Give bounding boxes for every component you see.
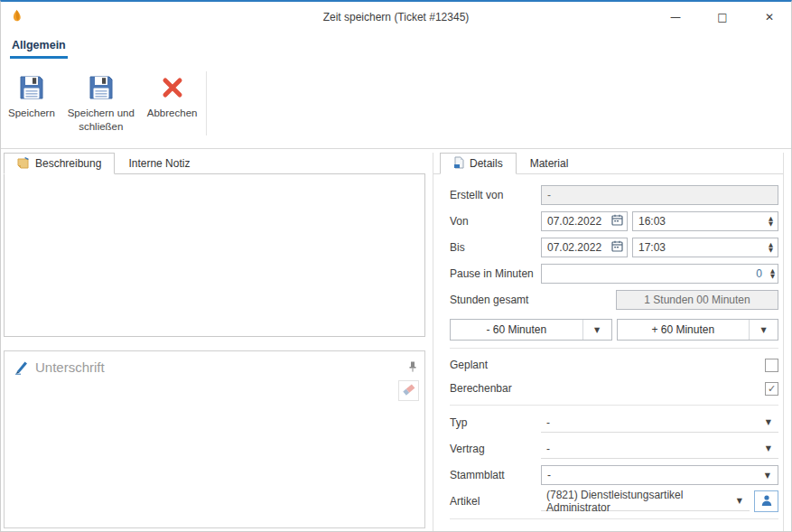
stunden-label: Stunden gesamt [450, 294, 541, 306]
ribbon-body: Speichern Speichern und schließen [1, 65, 791, 149]
berechenbar-row: Berechenbar ✓ [450, 379, 778, 397]
pen-icon [14, 359, 29, 378]
chevron-down-icon[interactable]: ▼ [762, 418, 775, 426]
stammblatt-label: Stammblatt [450, 469, 541, 481]
left-panel-tabs: Beschreibung Interne Notiz [4, 153, 425, 173]
calendar-icon[interactable] [611, 240, 623, 255]
separator [450, 405, 778, 406]
ribbon-tab-allgemein[interactable]: Allgemein [10, 36, 68, 59]
vertrag-label: Vertrag [450, 443, 541, 455]
person-icon [760, 494, 773, 509]
spin-down-icon[interactable]: ▼ [769, 247, 773, 253]
details-page-icon [453, 156, 464, 172]
tab-material-label: Material [530, 157, 569, 170]
cancel-button-label: Abbrechen [147, 107, 198, 120]
tab-material[interactable]: Material [517, 153, 582, 173]
bis-time-spinner[interactable]: ▲ ▼ [766, 242, 776, 253]
berechenbar-label: Berechenbar [450, 382, 512, 395]
cancel-button[interactable]: Abbrechen [144, 68, 201, 143]
bis-row: Bis 07.02.2022 [450, 238, 778, 257]
typ-dropdown[interactable]: - ▼ [541, 413, 778, 433]
plus-60-minuten-label[interactable]: + 60 Minuten [618, 320, 750, 340]
minus-60-minuten-button[interactable]: - 60 Minuten ▼ [450, 319, 612, 341]
typ-value: - [546, 416, 550, 429]
geplant-label: Geplant [450, 359, 488, 371]
minus-60-minuten-label[interactable]: - 60 Minuten [451, 320, 582, 340]
von-date-field[interactable]: 07.02.2022 [541, 211, 628, 231]
tab-details-label: Details [470, 157, 503, 170]
bis-time-value: 17:03 [638, 241, 666, 254]
stammblatt-dropdown[interactable]: - ▼ [541, 465, 778, 485]
close-button[interactable]: ✕ [762, 11, 777, 23]
separator [450, 518, 778, 519]
pause-row: Pause in Minuten 0 ▲ ▼ [450, 264, 778, 284]
geplant-checkbox[interactable] [765, 359, 778, 372]
pin-icon[interactable] [408, 359, 417, 375]
tab-details[interactable]: Details [440, 153, 517, 174]
spin-down-icon[interactable]: ▼ [770, 274, 775, 279]
pause-spinner[interactable]: ▲ ▼ [768, 268, 778, 279]
right-panel: Details Material Erstellt von - Von [433, 153, 784, 531]
berechenbar-checkbox[interactable]: ✓ [765, 382, 778, 396]
details-form: Erstellt von - Von 07.02.2022 [450, 174, 778, 519]
signature-canvas[interactable]: Unterschrift [4, 350, 425, 528]
artikel-value: (7821) Dienstleistungsartikel Administra… [546, 489, 733, 514]
minute-buttons-row: - 60 Minuten ▼ + 60 Minuten ▼ [450, 319, 778, 341]
pause-label: Pause in Minuten [450, 267, 541, 280]
select-person-button[interactable] [754, 490, 778, 512]
floppy-disk-icon [87, 72, 116, 103]
tab-beschreibung-label: Beschreibung [35, 157, 101, 170]
vertrag-value: - [546, 443, 550, 455]
chevron-down-icon[interactable]: ▼ [761, 471, 774, 480]
note-icon [17, 156, 30, 172]
von-row: Von 07.02.2022 [450, 211, 778, 231]
artikel-label: Artikel [450, 495, 541, 508]
typ-row: Typ - ▼ [450, 413, 778, 433]
von-label: Von [450, 215, 541, 228]
chevron-down-icon[interactable]: ▼ [733, 497, 746, 505]
maximize-button[interactable]: □ [715, 11, 730, 23]
erstellt-von-field: - [541, 185, 778, 205]
description-textarea[interactable] [4, 173, 425, 337]
app-window: Zeit speichern (Ticket #12345) — □ ✕ All… [0, 0, 792, 532]
bis-label: Bis [450, 241, 541, 254]
stunden-field: 1 Stunden 00 Minuten [616, 290, 778, 310]
save-and-close-button-label: Speichern und schließen [62, 107, 140, 134]
eraser-button[interactable] [398, 380, 419, 401]
erstellt-von-value: - [542, 189, 556, 201]
floppy-disk-icon [17, 72, 46, 103]
stunden-row: Stunden gesamt 1 Stunden 00 Minuten [450, 290, 778, 310]
minimize-button[interactable]: — [668, 11, 683, 23]
geplant-row: Geplant [450, 356, 778, 374]
plus-60-minuten-button[interactable]: + 60 Minuten ▼ [617, 319, 779, 341]
calendar-icon[interactable] [611, 214, 623, 229]
erstellt-von-row: Erstellt von - [450, 185, 778, 205]
tab-interne-notiz-label: Interne Notiz [128, 157, 190, 170]
cancel-x-icon [159, 72, 186, 103]
von-time-spinner[interactable]: ▲ ▼ [766, 216, 776, 227]
signature-header: Unterschrift [5, 351, 424, 378]
plus-dropdown-arrow-icon[interactable]: ▼ [750, 320, 778, 340]
right-panel-tabs: Details Material [433, 153, 783, 174]
eraser-icon [402, 383, 415, 399]
minus-dropdown-arrow-icon[interactable]: ▼ [583, 320, 611, 340]
save-and-close-button[interactable]: Speichern und schließen [59, 68, 144, 143]
vertrag-dropdown[interactable]: - ▼ [541, 439, 778, 459]
separator [450, 348, 778, 349]
spin-down-icon[interactable]: ▼ [769, 221, 773, 227]
bis-date-field[interactable]: 07.02.2022 [541, 238, 628, 257]
pause-field[interactable]: 0 ▲ ▼ [541, 264, 778, 284]
save-button[interactable]: Speichern [5, 68, 59, 143]
stammblatt-value: - [547, 469, 551, 481]
vertrag-row: Vertrag - ▼ [450, 439, 778, 459]
tab-interne-notiz[interactable]: Interne Notiz [115, 153, 203, 173]
bis-time-field[interactable]: 17:03 ▲ ▼ [632, 238, 778, 257]
chevron-down-icon[interactable]: ▼ [762, 444, 775, 453]
artikel-dropdown[interactable]: (7821) Dienstleistungsartikel Administra… [541, 491, 750, 511]
von-time-field[interactable]: 16:03 ▲ ▼ [632, 211, 778, 231]
von-time-value: 16:03 [638, 215, 666, 228]
tab-beschreibung[interactable]: Beschreibung [4, 153, 115, 174]
pause-value: 0 [750, 267, 768, 280]
save-button-label: Speichern [8, 107, 55, 120]
typ-label: Typ [450, 416, 541, 429]
